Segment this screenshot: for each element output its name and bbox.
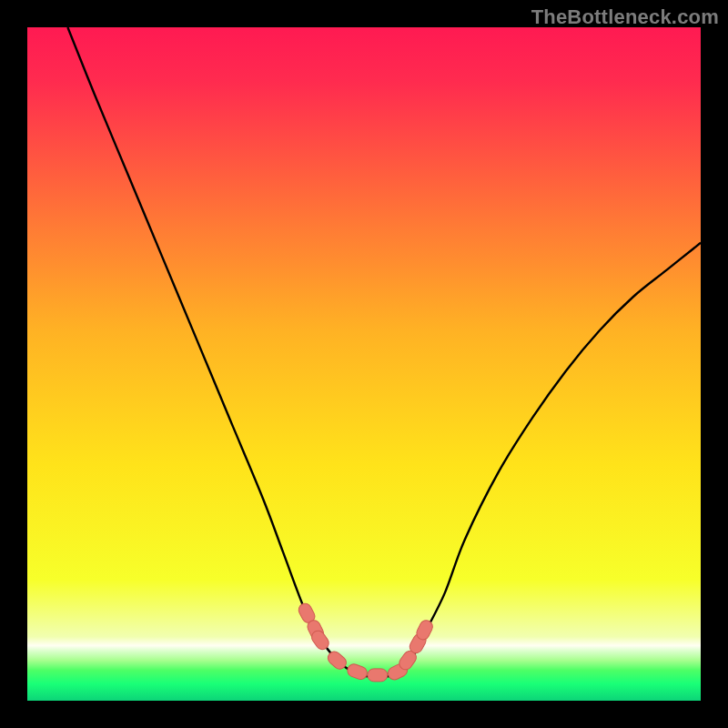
- plot-area: [27, 27, 701, 701]
- bottleneck-chart: [27, 27, 701, 701]
- highlight-marker: [368, 669, 388, 682]
- chart-frame: TheBottleneck.com: [0, 0, 728, 728]
- gradient-background: [27, 27, 701, 701]
- svg-rect-5: [368, 669, 388, 682]
- watermark-text: TheBottleneck.com: [531, 5, 719, 29]
